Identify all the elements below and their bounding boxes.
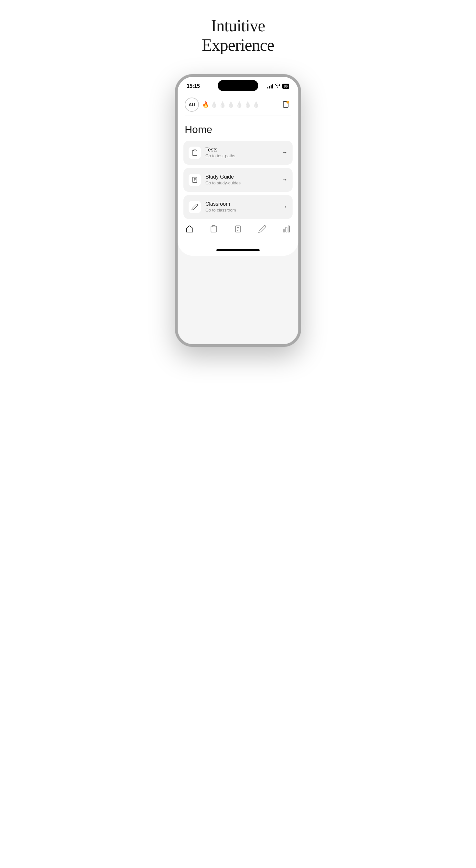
study-icon-box — [189, 174, 201, 186]
dynamic-island — [218, 80, 258, 91]
streak-icons: 🔥 💧 💧 💧 💧 💧 💧 — [202, 101, 260, 108]
app-content: AU 🔥 💧 💧 💧 💧 💧 💧 — [178, 94, 298, 256]
phone-inner: 15:15 — [178, 77, 298, 256]
notifications-button[interactable] — [281, 99, 291, 110]
svg-rect-10 — [283, 229, 285, 232]
classroom-menu-item[interactable]: Classroom Go to classroom → — [183, 195, 293, 219]
tests-subtitle: Go to test-paths — [205, 153, 235, 158]
flame-2: 💧 — [211, 101, 218, 108]
headline-line1: Intuitive — [211, 17, 265, 35]
flame-1: 🔥 — [202, 101, 209, 108]
svg-rect-12 — [288, 226, 289, 232]
nav-classroom[interactable] — [254, 223, 271, 235]
status-icons: 86 — [267, 83, 289, 89]
flame-4: 💧 — [227, 101, 234, 108]
wifi-icon — [275, 83, 280, 89]
tests-menu-item[interactable]: Tests Go to test-paths → — [183, 141, 293, 165]
flame-3: 💧 — [219, 101, 226, 108]
flame-5: 💧 — [236, 101, 243, 108]
clipboard-icon — [191, 149, 198, 156]
menu-list: Tests Go to test-paths → — [178, 141, 298, 219]
headline: Intuitive Experience — [202, 16, 274, 55]
headline-line2: Experience — [202, 36, 274, 54]
flame-6: 💧 — [244, 101, 251, 108]
study-title: Study Guide — [205, 174, 241, 180]
top-bar: AU 🔥 💧 💧 💧 💧 💧 💧 — [178, 94, 298, 116]
signal-icon — [267, 84, 273, 89]
home-indicator — [178, 245, 298, 256]
tests-icon-box — [189, 147, 201, 159]
classroom-title: Classroom — [205, 201, 236, 207]
study-arrow: → — [282, 176, 287, 183]
svg-rect-6 — [213, 225, 215, 227]
svg-rect-2 — [193, 150, 196, 151]
study-subtitle: Go to study-guides — [205, 181, 241, 185]
avatar[interactable]: AU — [185, 97, 199, 112]
status-time: 15:15 — [187, 83, 200, 89]
book-icon — [191, 176, 198, 183]
battery-indicator: 86 — [282, 84, 289, 89]
page-container: Intuitive Experience 15:15 — [119, 0, 357, 434]
classroom-arrow: → — [282, 204, 287, 210]
tests-title: Tests — [205, 147, 235, 153]
bottom-nav — [178, 219, 298, 245]
pencil-icon — [191, 204, 198, 211]
nav-tests[interactable] — [205, 223, 222, 235]
svg-point-1 — [286, 101, 289, 104]
nav-home[interactable] — [181, 223, 198, 235]
tests-arrow: → — [282, 149, 287, 156]
phone-frame: 15:15 — [175, 74, 301, 347]
flame-7: 💧 — [253, 101, 260, 108]
status-bar: 15:15 — [178, 77, 298, 94]
nav-study[interactable] — [229, 223, 247, 235]
avatar-streak-row: AU 🔥 💧 💧 💧 💧 💧 💧 — [185, 97, 260, 112]
classroom-icon-box — [189, 201, 201, 213]
classroom-subtitle: Go to classroom — [205, 208, 236, 213]
home-title: Home — [178, 116, 298, 141]
nav-stats[interactable] — [278, 223, 295, 235]
svg-rect-11 — [285, 227, 287, 232]
study-guide-menu-item[interactable]: Study Guide Go to study-guides → — [183, 168, 293, 192]
